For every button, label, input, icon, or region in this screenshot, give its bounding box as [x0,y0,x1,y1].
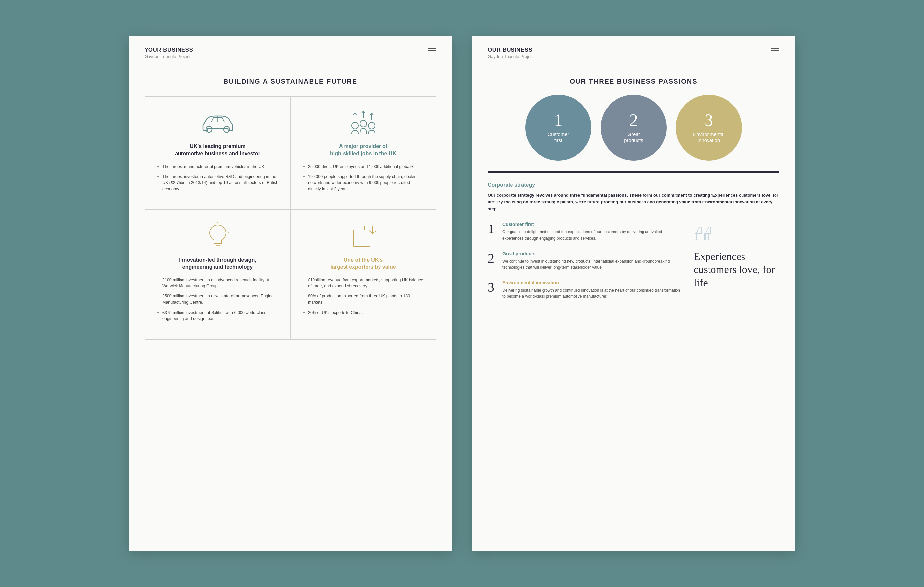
svg-line-14 [227,227,228,228]
cell1-title: UK's leading premiumautomotive business … [157,143,278,158]
passion-label-2: Greatproducts [624,131,643,144]
passion-label-3: Environmentalinnovation [693,131,725,144]
passion-detail-title-2: Great products [502,251,680,256]
passion-number-3: 3 [705,112,713,129]
passion-detail-1: 1 Customer first Our goal is to delight … [488,222,680,242]
passion-label-1: Customerfirst [548,131,569,144]
passion-content-1: Customer first Our goal is to delight an… [502,222,680,242]
page1-brand-name: YOUR BUSINESS [145,47,193,53]
export-icon [303,223,424,250]
page2-title: OUR THREE BUSINESS PASSIONS [488,78,779,86]
bullet-item: 80% of production exported from three UK… [303,293,424,306]
bullet-item: 20% of UK's exports to China. [303,310,424,316]
bullet-item: £375 million investment at Solihull with… [157,310,278,322]
svg-rect-21 [695,233,699,240]
quote-text: Experiences customers love, for life [694,250,779,289]
passion-detail-title-1: Customer first [502,222,680,227]
passion-num-1: 1 [488,222,497,235]
page2-content: OUR THREE BUSINESS PASSIONS 1 Customerfi… [472,66,795,321]
passion-circle-1: 1 Customerfirst [525,95,591,161]
bullet-item: £100 million investment in an advanced r… [157,277,278,289]
passion-detail-text-3: Delivering sustainable growth and contin… [502,287,680,300]
page-2: OUR BUSINESS Gaydon Triangle Project OUR… [472,36,795,551]
cell2-title: A major provider ofhigh-skilled jobs in … [303,143,424,158]
page1-title: BUILDING A SUSTAINABLE FUTURE [145,78,436,86]
cell3-bullets: £100 million investment in an advanced r… [157,277,278,322]
passion-number-2: 2 [629,112,638,129]
grid-cell-1: UK's leading premiumautomotive business … [145,96,290,210]
bullet-item: £500 million investment in new, state-of… [157,293,278,306]
lightbulb-icon [157,223,278,250]
quote-box: Experiences customers love, for life [694,222,779,309]
bullet-item: 190,000 people supported through the sup… [303,174,424,192]
page1-grid: UK's leading premiumautomotive business … [145,96,436,340]
page1-brand: YOUR BUSINESS Gaydon Triangle Project [145,47,193,59]
passion-detail-3: 3 Environmental innovation Delivering su… [488,280,680,300]
cell2-bullets: 25,000 direct UK employees and 1,000 add… [303,164,424,192]
passion-content-3: Environmental innovation Delivering sust… [502,280,680,300]
passion-detail-title-3: Environmental innovation [502,280,680,285]
svg-point-3 [352,122,358,129]
passion-detail-2: 2 Great products We continue to invest i… [488,251,680,271]
page1-content: BUILDING A SUSTAINABLE FUTURE UK's leadi [129,66,452,352]
passion-num-3: 3 [488,281,497,294]
grid-cell-4: One of the UK'slargest exporters by valu… [290,210,436,339]
quote-thumbs-icon [694,224,717,247]
page2-header: OUR BUSINESS Gaydon Triangle Project [472,36,795,66]
passion-detail-text-2: We continue to invest in outstanding new… [502,258,680,271]
page1-header: YOUR BUSINESS Gaydon Triangle Project [129,36,452,66]
svg-point-4 [360,120,366,127]
svg-rect-22 [704,233,708,240]
page2-menu-icon[interactable] [771,48,779,53]
car-icon [157,110,278,136]
svg-point-0 [206,126,212,132]
passion-content-2: Great products We continue to invest in … [502,251,680,271]
page2-brand-name: OUR BUSINESS [488,47,534,53]
corporate-strategy-label: Corporate strategy [488,182,779,188]
grid-cell-3: Innovation-led through design,engineerin… [145,210,290,339]
passion-detail-text-1: Our goal is to delight and exceed the ex… [502,229,680,242]
corporate-strategy-text: Our corporate strategy revolves around t… [488,192,779,212]
bullet-item: £10billion revenue from export markets, … [303,277,424,289]
passions-list: 1 Customer first Our goal is to delight … [488,222,680,309]
page1-brand-sub: Gaydon Triangle Project [145,54,193,59]
svg-rect-17 [353,230,370,247]
cell4-title: One of the UK'slargest exporters by valu… [303,256,424,271]
passion-circle-3: 3 Environmentalinnovation [676,95,742,161]
passion-circle-2: 2 Greatproducts [601,95,667,161]
bullet-item: The largest manufacturer of premium vehi… [157,164,278,170]
svg-point-1 [224,126,230,132]
page2-brand-sub: Gaydon Triangle Project [488,54,534,59]
page1-menu-icon[interactable] [428,48,436,53]
passions-detail: 1 Customer first Our goal is to delight … [488,222,779,309]
cell3-title: Innovation-led through design,engineerin… [157,256,278,271]
passions-circles: 1 Customerfirst 2 Greatproducts 3 Enviro… [488,95,779,161]
dark-divider [488,171,779,173]
svg-point-5 [368,122,375,129]
cell1-bullets: The largest manufacturer of premium vehi… [157,164,278,192]
svg-line-13 [208,227,209,228]
people-icon [303,110,424,136]
page-1: YOUR BUSINESS Gaydon Triangle Project BU… [129,36,452,551]
passion-num-2: 2 [488,252,497,265]
grid-cell-2: A major provider ofhigh-skilled jobs in … [290,96,436,210]
bullet-item: The largest investor in automotive R&D a… [157,174,278,192]
page2-brand: OUR BUSINESS Gaydon Triangle Project [488,47,534,59]
cell4-bullets: £10billion revenue from export markets, … [303,277,424,316]
pages-container: YOUR BUSINESS Gaydon Triangle Project BU… [129,36,795,551]
bullet-item: 25,000 direct UK employees and 1,000 add… [303,164,424,170]
passion-number-1: 1 [554,112,563,129]
